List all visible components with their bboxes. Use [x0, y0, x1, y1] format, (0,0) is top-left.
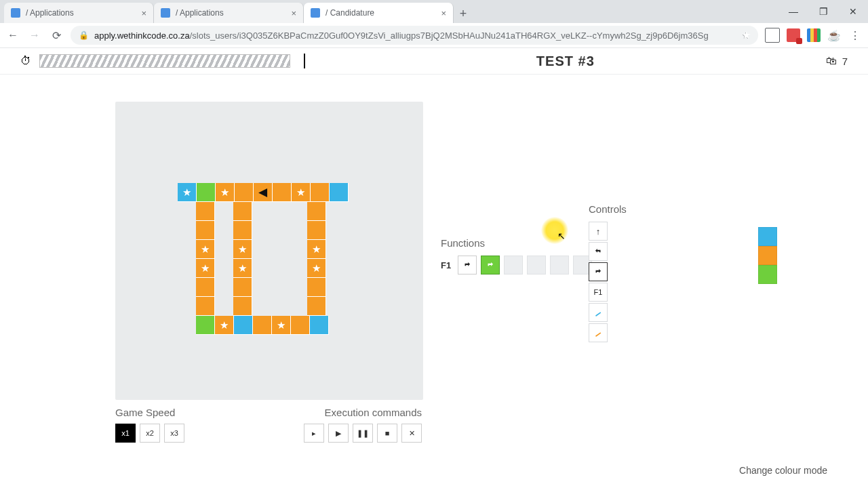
controls-panel: Controls ↑ F1	[589, 203, 627, 342]
game-board	[178, 183, 349, 335]
test-title: TEST #3	[305, 54, 826, 69]
cart-count: 7	[842, 56, 848, 67]
timer-icon: ⏱	[20, 55, 31, 67]
tool-turn-right[interactable]	[589, 262, 608, 281]
kebab-menu-icon[interactable]: ⋮	[848, 28, 863, 43]
exec-pause-button[interactable]: ❚❚	[353, 424, 373, 443]
tool-call-f1[interactable]: F1	[589, 283, 608, 302]
back-button[interactable]: ←	[5, 28, 20, 43]
exec-play-button[interactable]: ▶	[328, 424, 349, 443]
new-tab-button[interactable]: +	[454, 4, 473, 23]
page-body: ⏱ TEST #3 🛍 7	[0, 48, 868, 488]
window-controls: — ❐ ✕	[778, 0, 868, 23]
functions-label: Functions	[441, 237, 592, 249]
svg-rect-0	[595, 312, 601, 317]
exec-step-button[interactable]: ▸	[304, 424, 324, 443]
address-bar[interactable]: 🔒 apply.wethinkcode.co.za/slots_users/i3…	[71, 26, 758, 45]
cart-icon[interactable]: 🛍	[826, 55, 837, 67]
close-window-button[interactable]: ✕	[838, 0, 868, 23]
favicon-icon	[161, 8, 170, 18]
color-swatch-green[interactable]	[758, 265, 777, 284]
tool-turn-left[interactable]	[589, 242, 608, 261]
lock-icon: 🔒	[79, 30, 89, 40]
tile-orange	[235, 183, 254, 202]
tile-orange	[273, 183, 292, 202]
browser-tab[interactable]: / Applications ×	[4, 3, 154, 23]
tab-title: / Applications	[26, 8, 136, 18]
browser-toolbar: ← → ⟳ 🔒 apply.wethinkcode.co.za/slots_us…	[0, 23, 868, 48]
exec-clear-button[interactable]: ✕	[401, 424, 422, 443]
tab-title: / Applications	[176, 8, 285, 18]
change-colour-mode-link[interactable]: Change colour mode	[739, 465, 827, 476]
extension-icon[interactable]	[765, 28, 780, 43]
color-swatch-orange[interactable]	[758, 246, 777, 265]
browser-tab[interactable]: / Applications ×	[154, 3, 304, 23]
speed-x3-button[interactable]: x3	[164, 424, 184, 443]
extension-colour-icon[interactable]	[807, 28, 821, 42]
tool-paint-orange[interactable]	[589, 323, 608, 342]
close-tab-icon[interactable]: ×	[141, 8, 146, 18]
fn-slot-turn-right-green[interactable]	[481, 256, 500, 274]
maximize-button[interactable]: ❐	[808, 0, 838, 23]
timer-progress	[39, 54, 290, 68]
speed-x2-button[interactable]: x2	[140, 424, 160, 443]
tile-green	[197, 183, 216, 202]
close-tab-icon[interactable]: ×	[291, 8, 296, 18]
favicon-icon	[311, 8, 320, 18]
functions-panel: Functions F1	[441, 237, 592, 274]
tool-forward[interactable]: ↑	[589, 222, 608, 241]
fn-slot-empty[interactable]	[504, 256, 523, 274]
svg-rect-1	[595, 332, 601, 337]
tab-title: / Candidature	[326, 8, 435, 18]
reload-button[interactable]: ⟳	[49, 28, 64, 43]
minimize-button[interactable]: —	[778, 0, 808, 23]
extension-adblock-icon[interactable]	[787, 28, 800, 42]
game-board-panel	[115, 102, 423, 400]
speed-x1-button[interactable]: x1	[115, 424, 136, 443]
tile-orange	[311, 183, 330, 202]
close-tab-icon[interactable]: ×	[441, 8, 446, 18]
favicon-icon	[11, 8, 20, 18]
forward-button[interactable]: →	[27, 28, 42, 43]
fn-slot-empty[interactable]	[527, 256, 546, 274]
extension-java-icon[interactable]: ☕	[827, 28, 841, 42]
color-swatch-blue[interactable]	[758, 227, 777, 246]
page-header: ⏱ TEST #3 🛍 7	[0, 48, 868, 75]
tile-orange-star	[216, 183, 235, 202]
fn-slot-empty[interactable]	[550, 256, 569, 274]
url-text: apply.wethinkcode.co.za/slots_users/i3Q0…	[94, 30, 709, 41]
tile-blue	[330, 183, 349, 202]
browser-tabbar: / Applications × / Applications × / Cand…	[0, 0, 868, 23]
game-speed-label: Game Speed	[115, 407, 184, 418]
exec-stop-button[interactable]: ■	[377, 424, 397, 443]
execution-label: Execution commands	[304, 407, 422, 418]
fn-slot-turn-right[interactable]	[458, 256, 477, 274]
function-row-f1: F1	[441, 256, 592, 274]
browser-tab-active[interactable]: / Candidature ×	[304, 3, 454, 23]
tile-blue-star	[178, 183, 197, 202]
bookmark-star-icon[interactable]: ☆	[742, 30, 750, 41]
function-name: F1	[441, 260, 451, 270]
tile-player	[254, 183, 273, 202]
tool-paint-blue[interactable]	[589, 303, 608, 322]
controls-label: Controls	[589, 203, 627, 215]
tile-orange-star	[292, 183, 311, 202]
